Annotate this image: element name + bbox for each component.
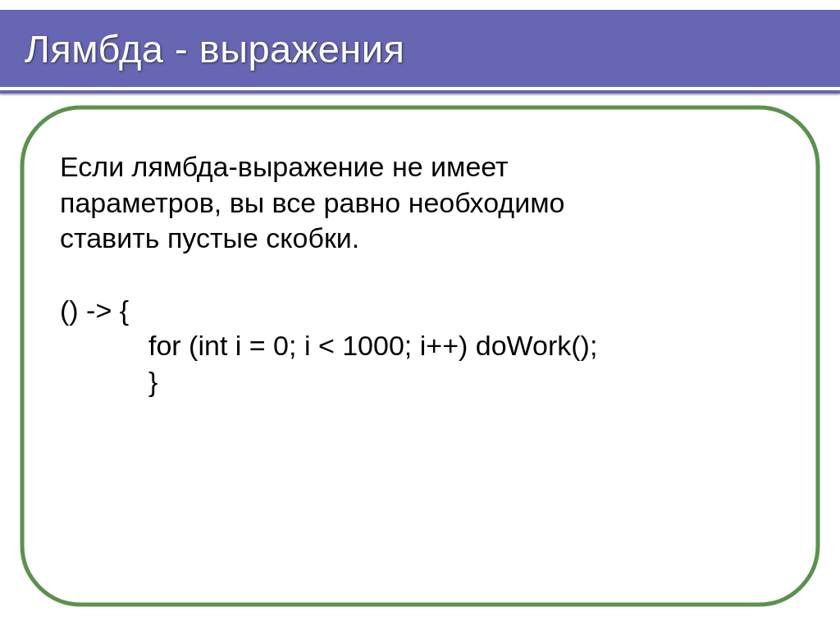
title-underline bbox=[0, 90, 840, 94]
code-text: } bbox=[148, 366, 158, 397]
paragraph-line: ставить пустые скобки. bbox=[60, 221, 791, 257]
paragraph-line: параметров, вы все равно необходимо bbox=[60, 185, 791, 221]
slide: Лямбда - выражения Если лямбда-выражение… bbox=[0, 0, 840, 630]
code-line: } bbox=[60, 364, 791, 400]
body-text: Если лямбда-выражение не имеет параметро… bbox=[60, 149, 791, 399]
paragraph-line: Если лямбда-выражение не имеет bbox=[60, 149, 791, 185]
code-line: () -> { bbox=[60, 293, 791, 329]
blank-line bbox=[60, 257, 791, 293]
code-text: for (int i = 0; i < 1000; i++) doWork(); bbox=[148, 330, 597, 361]
title-band: Лямбда - выражения bbox=[0, 10, 840, 87]
code-line: for (int i = 0; i < 1000; i++) doWork(); bbox=[60, 328, 791, 364]
slide-title: Лямбда - выражения bbox=[25, 26, 405, 71]
